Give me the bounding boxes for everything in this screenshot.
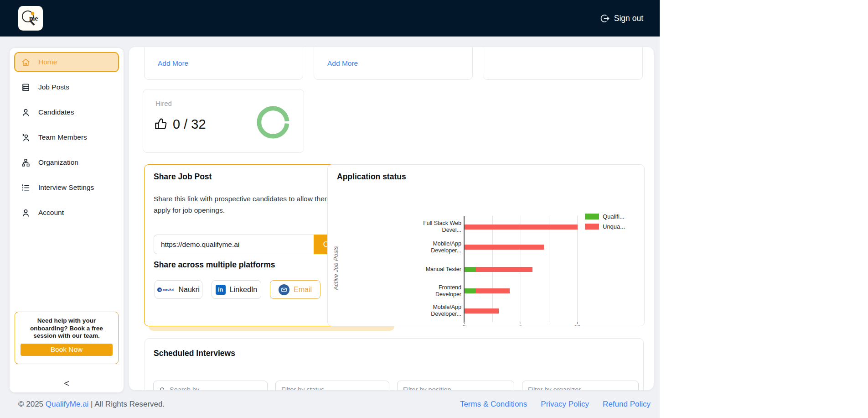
list-icon — [21, 183, 31, 193]
sidebar-item-home[interactable]: Home — [14, 52, 119, 72]
add-more-link[interactable]: Add More — [158, 59, 188, 67]
sign-out-button[interactable]: Sign out — [600, 0, 643, 37]
hired-value: 0 / 32 — [154, 117, 206, 132]
sidebar-item-label: Interview Settings — [38, 183, 94, 192]
sidebar-item-interview-settings[interactable]: Interview Settings — [14, 178, 119, 198]
refund-link[interactable]: Refund Policy — [603, 400, 651, 409]
chart-legend-item: Qualifi... — [585, 213, 625, 220]
share-platforms-subtitle: Share across multiple platforms — [154, 260, 275, 270]
sidebar-item-account[interactable]: Account — [14, 203, 119, 223]
application-status-chart: Full Stack WebDevel...Mobile/AppDevelope… — [328, 165, 645, 326]
email-icon — [279, 284, 289, 295]
chart-bar-segment — [465, 225, 578, 230]
logo-me-text: me — [29, 15, 38, 22]
sidebar-collapse-button[interactable]: < — [10, 378, 124, 389]
platform-label: Naukri — [178, 286, 199, 294]
book-now-button[interactable]: Book Now — [21, 344, 113, 356]
chart-bar-segment — [465, 288, 476, 293]
sidebar-item-candidates[interactable]: Candidates — [14, 102, 119, 122]
filter-placeholder: Filter by position — [403, 386, 500, 390]
top-navbar: me Sign out — [0, 0, 660, 37]
app-window: me Sign out Home — [0, 0, 660, 418]
sidebar-item-label: Home — [38, 58, 57, 66]
share-naukri-button[interactable]: nnaukri Naukri — [155, 280, 202, 299]
filter-placeholder: Filter by status — [281, 386, 375, 390]
sidebar-item-label: Job Posts — [38, 83, 69, 91]
job-posts-icon — [21, 83, 31, 92]
chart-category-label: Full Stack WebDevel... — [384, 220, 461, 234]
person-icon — [21, 108, 31, 117]
onboarding-help-box: Need help with your onboarding? Book a f… — [15, 312, 119, 364]
filter-placeholder: Filter by organizer — [528, 386, 624, 390]
qualifyme-logo[interactable]: me — [18, 6, 43, 31]
main-panel: Add More Add More Hired 0 / 32 — [129, 47, 654, 390]
copyright-year: © 2025 — [18, 400, 43, 408]
chart-y-axis-title: Active Job Posts — [332, 232, 340, 305]
chevron-down-icon: ⌄ — [628, 387, 633, 391]
sidebar-item-team-members[interactable]: Team Members — [14, 127, 119, 147]
stat-card-3 — [483, 47, 643, 80]
logout-icon — [600, 14, 610, 23]
legend-swatch — [585, 224, 599, 230]
chart-category-label: Mobile/AppDeveloper... — [384, 240, 461, 254]
legend-swatch — [585, 214, 599, 219]
sidebar-item-job-posts[interactable]: Job Posts — [14, 77, 119, 97]
stat-card-2: Add More — [314, 47, 473, 80]
chart-x-tick-label: 10 — [574, 324, 581, 326]
filter-position-select[interactable]: Filter by position ⌄ — [397, 381, 514, 390]
chart-category-label: Mobile/AppDeveloper... — [384, 304, 461, 318]
scheduled-interviews-card: Scheduled Interviews Search by... Filter… — [145, 338, 644, 390]
share-link-group: Copy — [154, 235, 350, 254]
copyright-text: © 2025 QualifyMe.ai | All Rights Reserve… — [18, 400, 165, 409]
add-more-link[interactable]: Add More — [327, 59, 358, 67]
brand-link[interactable]: QualifyMe.ai — [46, 400, 88, 408]
sidebar-nav: Home Job Posts Candida — [10, 48, 124, 223]
chart-x-tick-label: 5 — [517, 324, 524, 326]
hired-card: Hired 0 / 32 — [143, 89, 304, 153]
share-linkedin-button[interactable]: in LinkedIn — [212, 280, 261, 299]
platform-label: Email — [294, 286, 312, 294]
filter-status-select[interactable]: Filter by status ⌄ — [275, 381, 389, 390]
search-placeholder: Search by... — [170, 386, 262, 390]
privacy-link[interactable]: Privacy Policy — [541, 400, 589, 409]
share-link-input[interactable] — [154, 235, 314, 254]
sidebar-item-label: Team Members — [38, 133, 87, 141]
chart-gridline — [577, 216, 578, 322]
application-status-card: Application status Full Stack WebDevel..… — [327, 164, 645, 326]
share-card-title: Share Job Post — [154, 172, 212, 182]
legend-label: Unqua... — [603, 223, 625, 230]
chart-bar-segment — [465, 267, 476, 272]
terms-link[interactable]: Terms & Conditions — [460, 400, 527, 409]
naukri-icon: nnaukri — [157, 287, 174, 292]
sidebar-item-organization[interactable]: Organization — [14, 152, 119, 172]
sign-out-label: Sign out — [614, 14, 643, 23]
screen: me Sign out Home — [0, 0, 868, 418]
filter-organizer-select[interactable]: Filter by organizer ⌄ — [522, 381, 639, 390]
hired-count: 0 / 32 — [173, 117, 206, 132]
chart-bar-segment — [465, 308, 499, 314]
legend-label: Qualifi... — [603, 213, 625, 220]
person-icon — [21, 208, 31, 218]
footer: © 2025 QualifyMe.ai | All Rights Reserve… — [0, 390, 660, 418]
help-text: Need help with your onboarding? Book a f… — [21, 317, 113, 340]
home-icon — [21, 57, 31, 67]
team-icon — [21, 133, 31, 142]
chart-bar-segment — [476, 267, 532, 272]
hired-donut-chart — [255, 104, 291, 141]
search-icon — [159, 387, 166, 391]
chart-legend-item: Unqua... — [585, 223, 625, 230]
sidebar: Home Job Posts Candida — [10, 48, 124, 392]
stat-card-1: Add More — [144, 47, 303, 80]
chart-category-label: FrontendDeveloper — [384, 284, 461, 298]
scheduled-interviews-title: Scheduled Interviews — [154, 349, 235, 358]
chart-x-tick-label: 0 — [460, 324, 468, 326]
interview-search-input[interactable]: Search by... — [153, 381, 268, 390]
chevron-down-icon: ⌄ — [503, 387, 508, 391]
org-chart-icon — [21, 158, 31, 167]
footer-links: Terms & Conditions Privacy Policy Refund… — [460, 400, 651, 409]
chart-gridline — [549, 216, 549, 322]
share-email-button[interactable]: Email — [270, 280, 320, 299]
sidebar-item-label: Organization — [38, 158, 78, 167]
sidebar-item-label: Candidates — [38, 108, 74, 116]
chevron-down-icon: ⌄ — [378, 387, 383, 391]
